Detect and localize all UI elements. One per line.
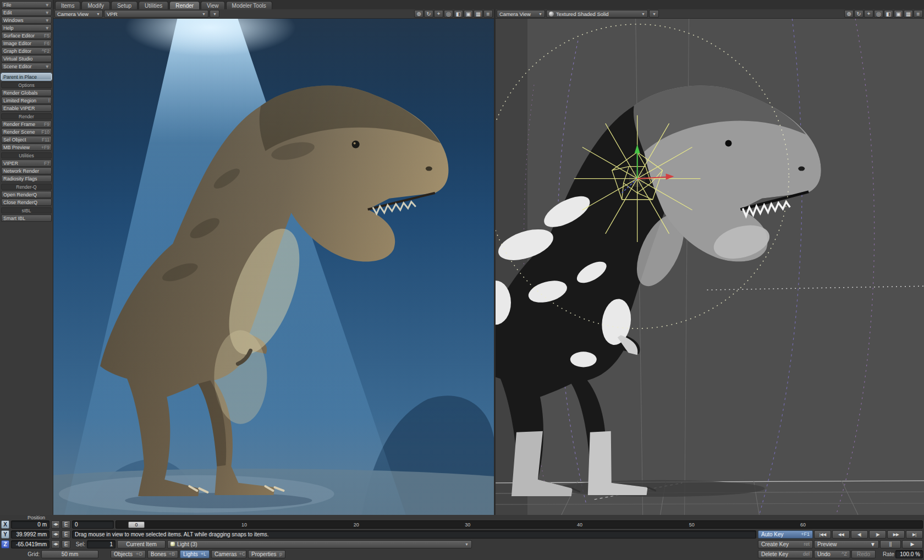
sidebar-item-open-renderq[interactable]: Open RenderQ [1, 191, 52, 198]
sidebar-item-enable-viper[interactable]: Enable VIPER [1, 105, 52, 112]
menu-edit[interactable]: Edit ▼ [1, 9, 52, 16]
tab-modeler-tools[interactable]: Modeler Tools [226, 1, 272, 9]
preview-dropdown[interactable]: Preview ▼ [814, 540, 879, 548]
current-item-dropdown[interactable]: Light (3) ▼ [167, 540, 472, 548]
x-value-field[interactable]: 0 m [11, 520, 50, 529]
viewport-options-dropdown[interactable]: ▼ [210, 10, 219, 18]
sidebar-item-sel-object[interactable]: Sel Object F11 [1, 136, 52, 143]
center-icon[interactable]: ⌖ [434, 10, 443, 18]
viewport-right-header: Camera View ▼ Textured Shaded Solid ▼ ▼ … [496, 9, 924, 19]
render-icon[interactable]: ▣ [894, 10, 903, 18]
timeline-tick: 10 [241, 522, 247, 528]
x-axis-button[interactable]: X [1, 520, 9, 529]
sidebar-item-scene-editor[interactable]: Scene Editor ▼ [1, 63, 52, 70]
next-frame-button[interactable]: |▶ [869, 530, 886, 539]
sidebar-item-surface-editor[interactable]: Surface Editor F5 [1, 32, 52, 39]
sidebar-item-radiosity-flags[interactable]: Radiosity Flags [1, 175, 52, 182]
item-type-lights[interactable]: Lights +L [180, 550, 210, 558]
menu-windows[interactable]: Windows ▼ [1, 17, 52, 24]
menu-icon[interactable]: ≡ [483, 10, 493, 18]
sidebar-item-graph-editor[interactable]: Graph Editor ^F2 [1, 47, 52, 54]
sidebar: File ▼ Edit ▼ Windows ▼ Help ▼ Surface E… [0, 0, 53, 515]
tab-modify[interactable]: Modify [81, 1, 109, 9]
y-value-field[interactable]: 39.9992 mm [11, 530, 50, 539]
sidebar-item-virtual-studio[interactable]: Virtual Studio [1, 55, 52, 62]
timeline-tick: 30 [465, 522, 470, 528]
mask-icon[interactable]: ◧ [454, 10, 463, 18]
render-mode-dropdown[interactable]: Textured Shaded Solid ▼ [546, 10, 648, 18]
z-value-field[interactable]: -65.0419mm [11, 540, 50, 548]
go-start-button[interactable]: |◀◀ [814, 530, 831, 539]
go-end-button[interactable]: ▶| [906, 530, 923, 539]
sidebar-item-limited-region[interactable]: Limited Region l [1, 97, 52, 104]
z-envelope-button[interactable]: E [62, 540, 70, 548]
rate-field[interactable]: 100.0 % [895, 550, 923, 558]
pan-icon[interactable]: ⊕ [414, 10, 424, 18]
tab-items[interactable]: Items [55, 1, 80, 9]
current-frame-field[interactable]: 0 [72, 520, 114, 529]
tab-render[interactable]: Render [169, 1, 200, 9]
pan-icon[interactable]: ⊕ [844, 10, 854, 18]
sidebar-item-image-editor[interactable]: Image Editor F6 [1, 40, 52, 47]
sidebar-item-render-scene[interactable]: Render Scene F10 [1, 128, 52, 135]
render-icon[interactable]: ▣ [464, 10, 473, 18]
timeline-track[interactable]: 0 0 10 20 30 40 50 60 [116, 520, 923, 529]
chevron-down-icon: ▼ [538, 12, 542, 16]
pause-button[interactable]: || [880, 540, 901, 548]
viewport-options-dropdown[interactable]: ▼ [649, 10, 659, 18]
rotate-icon[interactable]: ↻ [424, 10, 433, 18]
timeline-tick: 20 [354, 522, 359, 528]
transport-row-3: Delete Key del Undo ^Z Redo Rate 100.0 % [758, 550, 923, 558]
prev-key-button[interactable]: ◀◀ [832, 530, 849, 539]
x-envelope-button[interactable]: E [62, 520, 70, 529]
item-type-objects[interactable]: Objects +O [111, 550, 146, 558]
zoom-icon[interactable]: ◎ [444, 10, 453, 18]
item-type-cameras[interactable]: Cameras +C [211, 550, 246, 558]
sidebar-item-mb-preview[interactable]: MB Preview +F9 [1, 144, 52, 151]
properties-button[interactable]: Properties p [248, 550, 285, 558]
menu-help[interactable]: Help ▼ [1, 24, 52, 31]
z-spinner[interactable]: ◀▶ [51, 540, 60, 548]
menu-icon[interactable]: ≡ [914, 10, 923, 18]
sidebar-item-close-renderq[interactable]: Close RenderQ [1, 199, 52, 206]
sidebar-item-network-render[interactable]: Network Render [1, 167, 52, 174]
create-key-button[interactable]: Create Key ret [758, 540, 813, 548]
sidebar-item-parent-in-place[interactable]: Parent in Place [1, 73, 52, 80]
current-item-button[interactable]: Current Item [117, 540, 166, 548]
undo-button[interactable]: Undo ^Z [814, 550, 850, 558]
y-axis-button[interactable]: Y [1, 530, 9, 539]
selection-count-field: 1 [87, 540, 116, 548]
z-axis-button[interactable]: Z [1, 540, 9, 548]
redo-button[interactable]: Redo [851, 550, 876, 558]
sidebar-item-render-globals[interactable]: Render Globals [1, 89, 52, 96]
item-type-bones[interactable]: Bones +B [147, 550, 178, 558]
sidebar-item-viper[interactable]: VIPER F7 [1, 160, 52, 167]
tab-setup[interactable]: Setup [111, 1, 138, 9]
render-mode-dropdown[interactable]: VPR ▼ [104, 10, 208, 18]
tab-view[interactable]: View [201, 1, 225, 9]
vpr-render-canvas[interactable] [53, 19, 494, 515]
auto-key-button[interactable]: Auto Key +F1 [758, 530, 813, 539]
layout-icon[interactable]: ▦ [904, 10, 913, 18]
layout-icon[interactable]: ▦ [474, 10, 483, 18]
rotate-icon[interactable]: ↻ [854, 10, 864, 18]
center-icon[interactable]: ⌖ [864, 10, 873, 18]
next-key-button[interactable]: ▶▶ [887, 530, 904, 539]
y-position-row: Y 39.9992 mm ◀▶ E Drag mouse in view to … [1, 530, 923, 539]
play-button[interactable]: ▶ [902, 540, 923, 548]
prev-frame-button[interactable]: ◀| [851, 530, 868, 539]
y-spinner[interactable]: ◀▶ [51, 530, 60, 539]
view-type-dropdown[interactable]: Camera View ▼ [54, 10, 103, 18]
x-spinner[interactable]: ◀▶ [51, 520, 60, 529]
sidebar-item-render-frame[interactable]: Render Frame F9 [1, 120, 52, 128]
delete-key-button[interactable]: Delete Key del [758, 550, 813, 558]
zoom-icon[interactable]: ◎ [874, 10, 883, 18]
tab-utilities[interactable]: Utilities [139, 1, 168, 9]
menu-file[interactable]: File ▼ [1, 1, 52, 8]
view-type-dropdown[interactable]: Camera View ▼ [497, 10, 545, 18]
grid-size-button[interactable]: 50 mm [41, 550, 98, 558]
mask-icon[interactable]: ◧ [884, 10, 893, 18]
sidebar-item-smart-ibl[interactable]: Smart IBL [1, 215, 52, 222]
y-envelope-button[interactable]: E [62, 530, 70, 539]
opengl-canvas[interactable] [496, 19, 924, 515]
